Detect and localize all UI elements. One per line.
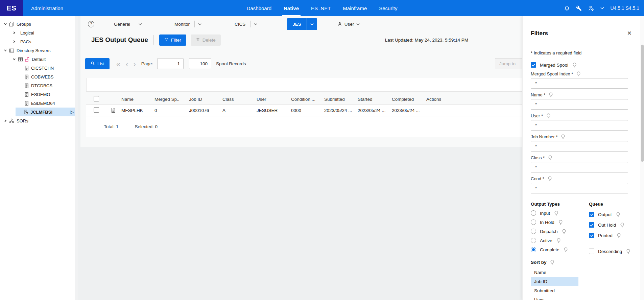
class-filter-input[interactable] [531, 162, 628, 172]
hint-bulb-icon[interactable] [558, 220, 563, 225]
tree-item-dtcdbcs[interactable]: DTCDBCS [0, 81, 78, 90]
tree-item-default[interactable]: Default [0, 55, 78, 64]
cond-filter-input[interactable] [531, 183, 628, 193]
nav-tab-dashboard[interactable]: Dashboard [247, 0, 271, 16]
hint-bulb-icon[interactable] [547, 176, 552, 181]
next-page-icon[interactable]: › [134, 60, 136, 67]
tree-item-logical[interactable]: Logical [0, 28, 78, 37]
nav-tab-mainframe[interactable]: Mainframe [343, 0, 367, 16]
hint-bulb-icon[interactable] [548, 92, 553, 97]
hint-bulb-icon[interactable] [576, 71, 581, 76]
filter-button[interactable]: Filter [159, 34, 186, 46]
tab-monitor[interactable]: Monitor [174, 18, 201, 30]
descending-option[interactable]: Descending [589, 249, 632, 254]
radio-icon[interactable] [531, 229, 536, 234]
hint-bulb-icon[interactable] [554, 210, 559, 216]
merged-spool-checkbox[interactable] [531, 62, 536, 68]
table-row[interactable]: MFSPLHK 0 J0001076 A JESUSER 0000 2023/0… [86, 105, 527, 116]
checkbox-checked-icon[interactable] [589, 222, 594, 228]
tree-item-esdemo64[interactable]: ESDEMO64 [0, 99, 78, 108]
tab-general[interactable]: General [114, 18, 142, 30]
page-number-input[interactable] [157, 58, 184, 69]
notifications-bell-icon[interactable] [564, 5, 570, 11]
column-header-name[interactable]: Name [121, 97, 154, 102]
sort-option-submitted[interactable]: Submitted [531, 286, 578, 295]
tree-item-cicstchn[interactable]: CICSTCHN [0, 64, 78, 72]
tab-user[interactable]: User [337, 18, 360, 30]
sidebar-scrollbar[interactable] [75, 16, 78, 300]
nav-tab-native[interactable]: Native [284, 0, 299, 16]
job-number-filter-input[interactable] [531, 141, 628, 152]
radio-icon[interactable] [531, 220, 536, 225]
hint-bulb-icon[interactable] [616, 212, 621, 217]
delete-button[interactable]: Delete [191, 34, 221, 46]
scrollbar-thumb[interactable] [641, 45, 644, 162]
hint-bulb-icon[interactable] [546, 113, 551, 118]
tree-item-groups[interactable]: Groups [0, 20, 78, 28]
chevron-down-icon[interactable] [254, 23, 257, 25]
first-page-icon[interactable]: « [116, 60, 120, 67]
tree-item-esdemo[interactable]: ESDEMO [0, 90, 78, 99]
sort-option-name[interactable]: Name [531, 268, 578, 277]
radio-selected-icon[interactable] [531, 247, 536, 252]
radio-option-input[interactable]: Input [531, 210, 589, 216]
chevron-right-icon[interactable] [11, 39, 17, 44]
radio-icon[interactable] [531, 238, 536, 243]
tree-item-cobwebs[interactable]: COBWEBS [0, 72, 78, 81]
column-header-started[interactable]: Started [358, 97, 392, 102]
chevron-down-icon[interactable] [356, 23, 360, 25]
user-account-icon[interactable] [588, 5, 594, 11]
help-icon[interactable]: ? [88, 21, 94, 27]
chevron-down-icon[interactable] [3, 21, 8, 27]
column-header-job-id[interactable]: Job ID [189, 97, 222, 102]
chevron-right-icon[interactable] [11, 30, 17, 36]
hint-bulb-icon[interactable] [550, 259, 555, 265]
hint-bulb-icon[interactable] [626, 249, 631, 254]
admin-tools-wrench-icon[interactable] [576, 5, 582, 11]
column-header-submitted[interactable]: Submitted [324, 97, 358, 102]
hint-bulb-icon[interactable] [616, 233, 621, 238]
chevron-right-icon[interactable] [3, 118, 8, 123]
sort-option-job-id[interactable]: Job ID [531, 277, 578, 286]
start-region-play-icon[interactable]: ▷ [70, 109, 74, 115]
name-filter-input[interactable] [531, 99, 628, 110]
chevron-down-icon[interactable] [11, 56, 17, 62]
queue-option-out-hold[interactable]: Out Hold [589, 222, 632, 228]
tree-item-pacs[interactable]: PACs [0, 37, 78, 46]
previous-page-icon[interactable]: ‹ [126, 60, 128, 67]
chevron-down-icon[interactable] [139, 23, 142, 25]
tree-item-jclmfbsi[interactable]: JCLMFBSI ▷ [16, 108, 76, 116]
radio-option-active[interactable]: Active [531, 238, 589, 243]
hint-bulb-icon[interactable] [620, 222, 625, 228]
select-all-checkbox[interactable] [94, 96, 99, 101]
page-size-input[interactable] [189, 58, 211, 69]
column-header-class[interactable]: Class [222, 97, 257, 102]
hint-bulb-icon[interactable] [562, 229, 567, 234]
queue-option-output[interactable]: Output [589, 212, 632, 217]
list-button[interactable]: List [85, 58, 110, 69]
window-scrollbar[interactable] [640, 16, 644, 300]
checkbox-checked-icon[interactable] [589, 233, 594, 238]
nav-tab-security[interactable]: Security [379, 0, 397, 16]
tab-cics[interactable]: CICS [235, 18, 257, 30]
close-icon[interactable]: ✕ [627, 30, 632, 37]
chevron-down-icon[interactable] [198, 23, 201, 25]
hint-bulb-icon[interactable] [548, 155, 553, 160]
chevron-down-icon[interactable] [3, 48, 8, 53]
hint-bulb-icon[interactable] [556, 238, 561, 243]
hint-bulb-icon[interactable] [572, 62, 577, 68]
row-checkbox[interactable] [94, 107, 99, 113]
column-header-completed[interactable]: Completed [392, 97, 426, 102]
checkbox-unchecked-icon[interactable] [589, 249, 594, 254]
radio-option-dispatch[interactable]: Dispatch [531, 229, 589, 234]
account-chevron-down-icon[interactable] [600, 7, 604, 9]
radio-option-complete[interactable]: Complete [531, 247, 589, 252]
tab-jes-active[interactable]: JES [287, 18, 317, 30]
checkbox-checked-icon[interactable] [589, 212, 594, 217]
column-header-condition[interactable]: Condition ... [291, 97, 324, 102]
merged-spool-index-input[interactable] [531, 78, 628, 89]
hint-bulb-icon[interactable] [563, 247, 568, 252]
column-header-merged-spool[interactable]: Merged Sp.. [154, 97, 189, 102]
nav-tab-es-net[interactable]: ES .NET [311, 0, 331, 16]
queue-option-printed[interactable]: Printed [589, 233, 632, 238]
